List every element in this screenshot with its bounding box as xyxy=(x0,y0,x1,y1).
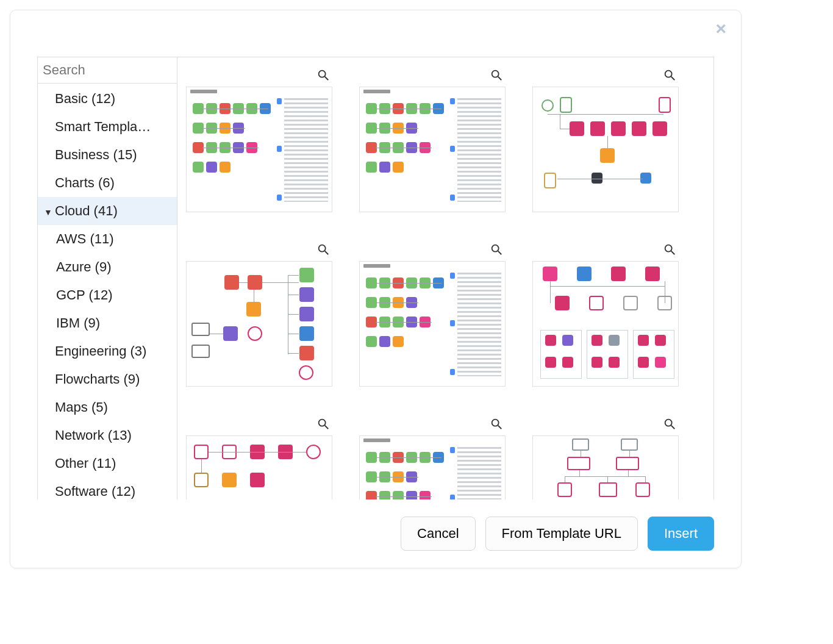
svg-line-9 xyxy=(325,251,329,255)
svg-line-7 xyxy=(671,77,675,80)
category-label: Maps (5) xyxy=(55,399,108,415)
template-thumbnail[interactable] xyxy=(186,415,332,499)
template-picker-dialog: × ▼Basic (12)▼Smart Templa…▼Business (15… xyxy=(10,10,742,568)
category-item[interactable]: ▼Business (15) xyxy=(38,141,177,169)
from-template-url-button[interactable]: From Template URL xyxy=(485,517,638,551)
zoom-icon[interactable] xyxy=(663,243,676,259)
template-thumbnail[interactable] xyxy=(532,415,679,499)
zoom-icon[interactable] xyxy=(316,417,330,433)
template-thumbnail[interactable] xyxy=(359,415,506,499)
svg-point-16 xyxy=(492,420,499,426)
svg-line-15 xyxy=(325,426,329,429)
zoom-icon[interactable] xyxy=(490,417,503,433)
svg-line-5 xyxy=(498,77,502,80)
category-label: Cloud (41) xyxy=(55,203,118,219)
category-label: Software (12) xyxy=(55,484,135,499)
zoom-icon[interactable] xyxy=(490,68,503,84)
category-label: Charts (6) xyxy=(55,175,115,191)
category-item[interactable]: ▼Flowcharts (9) xyxy=(38,365,177,393)
zoom-icon[interactable] xyxy=(316,243,330,259)
zoom-icon[interactable] xyxy=(663,417,676,433)
dialog-footer: Cancel From Template URL Insert xyxy=(10,499,741,563)
template-thumbnail[interactable] xyxy=(532,66,679,212)
template-gallery xyxy=(177,57,713,499)
template-thumbnail[interactable] xyxy=(186,66,332,212)
caret-down-icon: ▼ xyxy=(44,207,55,217)
svg-line-13 xyxy=(671,251,675,255)
category-label: Flowcharts (9) xyxy=(55,371,140,387)
svg-point-8 xyxy=(319,245,326,252)
template-thumbnail[interactable] xyxy=(532,240,679,387)
close-button[interactable]: × xyxy=(712,19,730,38)
category-item[interactable]: ▼Maps (5) xyxy=(38,393,177,421)
subcategory-item[interactable]: IBM (9) xyxy=(38,309,177,337)
cancel-button[interactable]: Cancel xyxy=(401,517,475,551)
svg-line-11 xyxy=(498,251,502,255)
category-sidebar: ▼Basic (12)▼Smart Templa…▼Business (15)▼… xyxy=(37,57,177,499)
category-label: Business (15) xyxy=(55,147,137,163)
category-item[interactable]: ▼Engineering (3) xyxy=(38,337,177,365)
dialog-body: ▼Basic (12)▼Smart Templa…▼Business (15)▼… xyxy=(37,57,714,499)
category-item[interactable]: ▼Smart Templa… xyxy=(38,113,177,141)
zoom-icon[interactable] xyxy=(663,68,676,84)
template-thumbnail[interactable] xyxy=(359,240,506,387)
category-label: Engineering (3) xyxy=(55,343,146,359)
subcategory-item[interactable]: GCP (12) xyxy=(38,281,177,309)
svg-point-4 xyxy=(492,71,499,77)
svg-point-10 xyxy=(492,245,499,252)
category-list: ▼Basic (12)▼Smart Templa…▼Business (15)▼… xyxy=(38,84,177,499)
category-item[interactable]: ▼Cloud (41) xyxy=(38,197,177,225)
category-item[interactable]: ▼Other (11) xyxy=(38,449,177,478)
subcategory-item[interactable]: Azure (9) xyxy=(38,253,177,281)
category-item[interactable]: ▼Network (13) xyxy=(38,421,177,449)
svg-point-18 xyxy=(665,420,672,426)
search-input[interactable] xyxy=(38,57,177,83)
svg-line-19 xyxy=(671,426,675,429)
category-label: Basic (12) xyxy=(55,91,115,107)
template-thumbnail[interactable] xyxy=(359,66,506,212)
category-item[interactable]: ▼Basic (12) xyxy=(38,85,177,113)
category-label: Other (11) xyxy=(55,456,116,471)
search-field[interactable] xyxy=(38,57,177,84)
category-item[interactable]: ▼Software (12) xyxy=(38,478,177,499)
svg-point-12 xyxy=(665,245,672,252)
subcategory-item[interactable]: AWS (11) xyxy=(38,225,177,253)
svg-point-14 xyxy=(319,420,326,426)
svg-line-3 xyxy=(325,77,329,80)
svg-point-2 xyxy=(319,71,326,77)
zoom-icon[interactable] xyxy=(316,68,330,84)
svg-line-17 xyxy=(498,426,502,429)
svg-point-6 xyxy=(665,71,672,77)
insert-button[interactable]: Insert xyxy=(648,517,714,551)
category-label: Network (13) xyxy=(55,428,132,443)
category-label: Smart Templa… xyxy=(55,119,151,135)
zoom-icon[interactable] xyxy=(490,243,503,259)
template-thumbnail[interactable] xyxy=(186,240,332,387)
category-item[interactable]: ▼Charts (6) xyxy=(38,169,177,197)
